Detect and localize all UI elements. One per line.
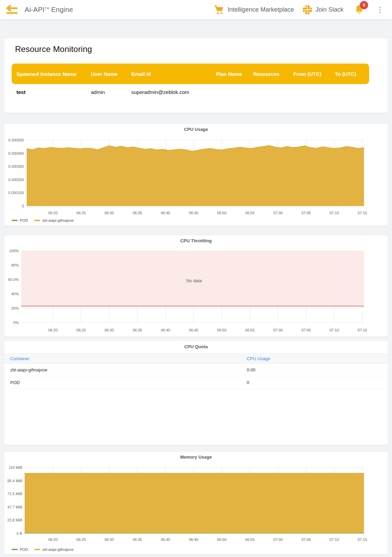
memory-usage-card: Memory Usage 119 MiB95.4 MiB71.5 MiB47.7… bbox=[4, 452, 388, 554]
nav-item-label: Join Slack bbox=[315, 6, 343, 13]
legend-item[interactable]: zbl-aiapi-gifmajvoe bbox=[34, 218, 74, 222]
svg-text:06:50: 06:50 bbox=[217, 538, 227, 542]
table-row: zbl-aiapi-gifmajvoe0.00 bbox=[4, 364, 388, 376]
svg-text:07:00: 07:00 bbox=[273, 328, 283, 332]
svg-text:07:15: 07:15 bbox=[358, 538, 367, 542]
nav-intelligence-marketplace[interactable]: Intelligence Marketplace bbox=[214, 5, 294, 15]
brand-name: Ai-API bbox=[25, 6, 44, 13]
svg-text:0: 0 bbox=[22, 204, 24, 208]
svg-text:100%: 100% bbox=[9, 249, 19, 253]
svg-text:0.000400: 0.000400 bbox=[8, 151, 24, 155]
brand-suffix: Engine bbox=[49, 6, 73, 13]
back-arrow-icon bbox=[5, 4, 18, 15]
svg-text:07:10: 07:10 bbox=[329, 211, 339, 215]
svg-text:07:00: 07:00 bbox=[273, 211, 283, 215]
column-header: Spawned Instance Name bbox=[12, 71, 91, 77]
table-cell: superadmin@zeblok.com bbox=[131, 89, 216, 95]
svg-text:06:30: 06:30 bbox=[105, 211, 114, 215]
svg-text:20%: 20% bbox=[11, 306, 19, 310]
svg-text:06:40: 06:40 bbox=[161, 328, 170, 332]
instance-table-header: Spawned Instance NameUser NameEmail IdPl… bbox=[12, 64, 369, 84]
instance-table: Spawned Instance NameUser NameEmail IdPl… bbox=[12, 64, 369, 100]
legend-label: POD bbox=[20, 547, 28, 552]
svg-text:06:25: 06:25 bbox=[77, 211, 86, 215]
svg-text:06:40: 06:40 bbox=[161, 211, 170, 215]
legend-label: zbl-aiapi-gifmajvoe bbox=[42, 218, 74, 222]
more-menu-button[interactable]: ⋮ bbox=[374, 6, 386, 14]
svg-text:07:05: 07:05 bbox=[301, 328, 311, 332]
slack-icon bbox=[303, 5, 312, 14]
cpu-usage-card: CPU Usage 0.0005000.0004000.0003000.0002… bbox=[4, 124, 388, 226]
svg-text:06:50: 06:50 bbox=[217, 211, 227, 215]
svg-text:07:05: 07:05 bbox=[301, 211, 311, 215]
column-header: Plan Name bbox=[216, 71, 253, 77]
svg-text:06:40: 06:40 bbox=[161, 538, 170, 542]
svg-text:06:25: 06:25 bbox=[77, 328, 86, 332]
svg-text:40%: 40% bbox=[11, 292, 19, 296]
cpu-quota-table-body: zbl-aiapi-gifmajvoe0.00POD0 bbox=[4, 364, 388, 389]
cpu-usage-chart: 0.0005000.0004000.0003000.0002000.000100… bbox=[4, 124, 388, 226]
memory-usage-legend: PODzbl-aiapi-gifmajvoe bbox=[12, 547, 74, 552]
table-cell: 0 bbox=[247, 380, 388, 385]
memory-usage-chart: 119 MiB95.4 MiB71.5 MiB47.7 MiB23.8 MiB0… bbox=[4, 452, 388, 554]
nav-item-label: Intelligence Marketplace bbox=[228, 6, 294, 13]
column-header: To (UTC) bbox=[335, 71, 369, 77]
cart-icon bbox=[214, 5, 224, 15]
svg-text:06:20: 06:20 bbox=[48, 328, 58, 332]
column-header: From (UTC) bbox=[293, 71, 335, 77]
svg-text:07:15: 07:15 bbox=[358, 328, 367, 332]
cpu-usage-legend: PODzbl-aiapi-gifmajvoe bbox=[12, 218, 74, 222]
instance-table-body: testadminsuperadmin@zeblok.com bbox=[12, 84, 369, 100]
svg-text:23.8 MiB: 23.8 MiB bbox=[8, 518, 22, 522]
svg-text:07:10: 07:10 bbox=[329, 538, 339, 542]
cpu-throttling-card: CPU Throttling 100%80%60.0%40%20%0%No da… bbox=[4, 235, 388, 337]
svg-text:80%: 80% bbox=[11, 263, 19, 267]
svg-text:0 B: 0 B bbox=[16, 531, 22, 535]
legend-item[interactable]: POD bbox=[12, 547, 28, 552]
app-title: Ai-APITM Engine bbox=[25, 6, 73, 14]
svg-text:60.0%: 60.0% bbox=[8, 277, 19, 282]
svg-text:06:45: 06:45 bbox=[189, 328, 199, 332]
svg-text:0.000200: 0.000200 bbox=[8, 178, 24, 182]
cpu-quota-card: CPU Quota ContainerCPU Usage zbl-aiapi-g… bbox=[4, 341, 388, 445]
column-header[interactable]: Container bbox=[4, 356, 247, 361]
table-cell: admin bbox=[91, 89, 131, 95]
legend-swatch bbox=[12, 549, 18, 550]
svg-text:0.000300: 0.000300 bbox=[8, 164, 24, 168]
svg-text:47.7 MiB: 47.7 MiB bbox=[8, 505, 22, 509]
svg-text:06:30: 06:30 bbox=[105, 538, 114, 542]
svg-text:0.000500: 0.000500 bbox=[8, 138, 24, 142]
legend-item[interactable]: POD bbox=[12, 218, 28, 222]
legend-swatch bbox=[12, 220, 18, 221]
legend-item[interactable]: zbl-aiapi-gifmajvoe bbox=[34, 547, 74, 552]
legend-swatch bbox=[34, 549, 40, 550]
notification-badge: 0 bbox=[360, 1, 368, 9]
column-header: Email Id bbox=[131, 71, 216, 77]
column-header[interactable]: CPU Usage bbox=[247, 356, 388, 361]
page-title: Resource Monitoring bbox=[15, 44, 388, 54]
svg-text:No data: No data bbox=[186, 278, 202, 283]
svg-text:06:45: 06:45 bbox=[189, 538, 199, 542]
svg-text:119 MiB: 119 MiB bbox=[9, 465, 22, 470]
svg-text:06:20: 06:20 bbox=[48, 538, 58, 542]
notifications-button[interactable]: 0 bbox=[354, 4, 364, 16]
svg-text:06:45: 06:45 bbox=[189, 211, 199, 215]
svg-text:06:25: 06:25 bbox=[77, 538, 86, 542]
table-row: POD0 bbox=[4, 376, 388, 389]
cpu-quota-title: CPU Quota bbox=[4, 341, 388, 349]
cpu-throttling-chart: 100%80%60.0%40%20%0%No data06:2006:2506:… bbox=[4, 235, 388, 337]
legend-label: zbl-aiapi-gifmajvoe bbox=[42, 547, 74, 552]
table-row[interactable]: testadminsuperadmin@zeblok.com bbox=[12, 84, 369, 100]
svg-text:06:35: 06:35 bbox=[133, 538, 142, 542]
nav-join-slack[interactable]: Join Slack bbox=[303, 5, 343, 14]
legend-label: POD bbox=[20, 218, 28, 222]
svg-text:06:55: 06:55 bbox=[245, 211, 255, 215]
svg-text:0.000100: 0.000100 bbox=[8, 191, 24, 195]
back-button[interactable] bbox=[5, 4, 18, 15]
svg-text:07:00: 07:00 bbox=[273, 538, 283, 542]
table-cell: zbl-aiapi-gifmajvoe bbox=[4, 367, 247, 372]
table-cell: test bbox=[12, 89, 91, 95]
top-navbar: Ai-APITM Engine Intelligence Marketplace… bbox=[0, 0, 392, 19]
svg-text:06:35: 06:35 bbox=[133, 328, 142, 332]
cpu-quota-table-header: ContainerCPU Usage bbox=[4, 353, 388, 364]
